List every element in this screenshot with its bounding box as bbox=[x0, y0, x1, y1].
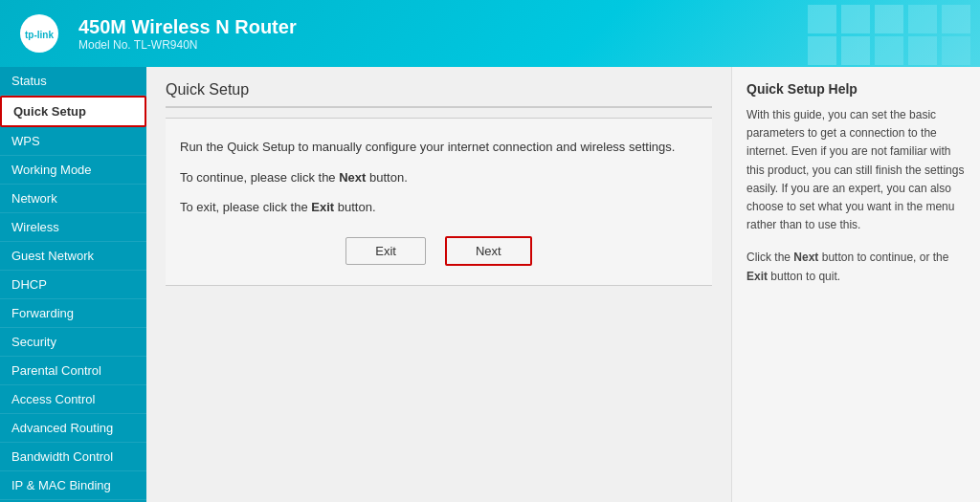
exit-bold: Exit bbox=[311, 200, 334, 214]
header-title: 450M Wireless N Router Model No. TL-WR94… bbox=[78, 16, 297, 52]
sidebar-item-access-control[interactable]: Access Control bbox=[0, 385, 146, 414]
sidebar-item-parental-control[interactable]: Parental Control bbox=[0, 357, 146, 385]
header-decor bbox=[769, 0, 980, 67]
help-text2: Click the Next button to continue, or th… bbox=[746, 249, 966, 285]
continue-suffix: button. bbox=[366, 170, 407, 185]
content-body: Run the Quick Setup to manually configur… bbox=[166, 118, 712, 286]
logo: tp-link bbox=[19, 13, 59, 54]
help-panel: Quick Setup Help With this guide, you ca… bbox=[731, 67, 980, 502]
header: tp-link 450M Wireless N Router Model No.… bbox=[0, 0, 980, 67]
description-run: Run the Quick Setup to manually configur… bbox=[180, 138, 698, 157]
sidebar-item-wireless[interactable]: Wireless bbox=[0, 213, 146, 242]
continue-prefix: To continue, please click the bbox=[180, 170, 339, 185]
help-next-bold: Next bbox=[793, 251, 818, 264]
content-area: Quick Setup Run the Quick Setup to manua… bbox=[146, 67, 980, 502]
help-text1: With this guide, you can set the basic p… bbox=[746, 106, 966, 234]
help-title: Quick Setup Help bbox=[746, 81, 966, 97]
sidebar-item-bandwidth-control[interactable]: Bandwidth Control bbox=[0, 443, 146, 471]
tp-link-logo-icon: tp-link bbox=[19, 13, 59, 54]
help-exit-bold: Exit bbox=[746, 270, 768, 283]
next-button[interactable]: Next bbox=[445, 236, 532, 266]
sidebar-item-network[interactable]: Network bbox=[0, 185, 146, 213]
help-text2-suffix: button to quit. bbox=[768, 270, 840, 283]
next-bold: Next bbox=[339, 170, 366, 185]
description-exit: To exit, please click the Exit button. bbox=[180, 198, 698, 217]
sidebar-item-advanced-routing[interactable]: Advanced Routing bbox=[0, 414, 146, 443]
exit-prefix: To exit, please click the bbox=[180, 200, 311, 214]
sidebar-item-wps[interactable]: WPS bbox=[0, 127, 146, 156]
sidebar-item-dhcp[interactable]: DHCP bbox=[0, 271, 146, 299]
model-name: 450M Wireless N Router bbox=[78, 16, 297, 38]
sidebar-item-quick-setup[interactable]: Quick Setup bbox=[0, 96, 146, 127]
help-text2-prefix: Click the bbox=[746, 251, 793, 264]
description-continue: To continue, please click the Next butto… bbox=[180, 168, 698, 187]
exit-button[interactable]: Exit bbox=[345, 237, 426, 265]
exit-suffix: button. bbox=[334, 200, 375, 214]
sidebar: StatusQuick SetupWPSWorking ModeNetworkW… bbox=[0, 67, 146, 502]
sidebar-item-guest-network[interactable]: Guest Network bbox=[0, 242, 146, 271]
sidebar-item-security[interactable]: Security bbox=[0, 328, 146, 357]
button-row: Exit Next bbox=[180, 236, 698, 266]
page-title: Quick Setup bbox=[166, 81, 712, 108]
help-text2-middle: button to continue, or the bbox=[818, 251, 948, 264]
content-main: Quick Setup Run the Quick Setup to manua… bbox=[146, 67, 731, 502]
main-layout: StatusQuick SetupWPSWorking ModeNetworkW… bbox=[0, 67, 980, 502]
sidebar-item-forwarding[interactable]: Forwarding bbox=[0, 299, 146, 328]
sidebar-item-ip-mac-binding[interactable]: IP & MAC Binding bbox=[0, 471, 146, 500]
sidebar-item-working-mode[interactable]: Working Mode bbox=[0, 156, 146, 185]
model-number: Model No. TL-WR940N bbox=[78, 38, 297, 52]
svg-text:tp-link: tp-link bbox=[25, 30, 54, 40]
sidebar-item-status[interactable]: Status bbox=[0, 67, 146, 96]
